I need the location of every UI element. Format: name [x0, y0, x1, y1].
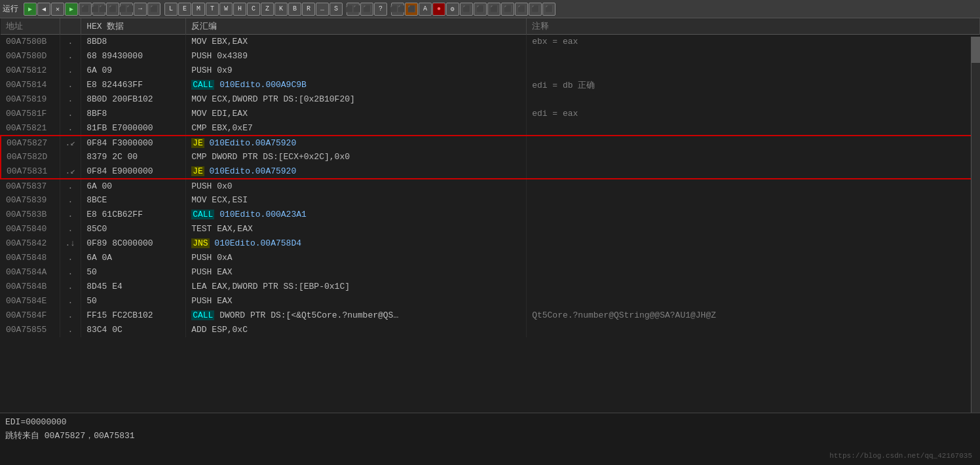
cell-comment	[527, 265, 979, 280]
btn-T[interactable]: T	[206, 3, 219, 16]
cell-comment	[527, 49, 979, 64]
cell-hex: 0F84 E9000000	[81, 164, 186, 179]
btn-C[interactable]: C	[247, 3, 260, 16]
table-row[interactable]: 00A7580B.8BD8MOV EBX,EAXebx = eax	[1, 35, 979, 49]
btn-r7[interactable]: ⬛	[474, 3, 487, 16]
btn-r11[interactable]: ⬛	[529, 3, 542, 16]
table-row[interactable]: 00A7582D 8379 2C 00CMP DWORD PTR DS:[ECX…	[1, 150, 979, 164]
btn-back[interactable]: ◀	[37, 3, 50, 16]
status-line1: EDI=00000000	[5, 416, 975, 430]
table-row[interactable]: 00A7584B.8D45 E4LEA EAX,DWORD PTR SS:[EB…	[1, 280, 979, 294]
cell-disasm: MOV EDI,EAX	[186, 107, 527, 121]
cell-dot: .	[60, 107, 81, 121]
table-row[interactable]: 00A75855.83C4 0CADD ESP,0xC	[1, 323, 979, 337]
cell-hex: FF15 FC2CB102	[81, 308, 186, 323]
table-row[interactable]: 00A75848.6A 0APUSH 0xA	[1, 251, 979, 265]
btn-R2[interactable]: R	[302, 3, 315, 16]
btn-b5[interactable]: ⬛	[147, 3, 160, 16]
cell-dot: .	[60, 179, 81, 193]
table-row[interactable]: 00A75842.↓0F89 8C000000JNS 010Edito.00A7…	[1, 236, 979, 251]
cell-comment	[527, 193, 979, 208]
toolbar-group-right: ⬛⬛ ⬛ A ● ⚙ ⬛ ⬛ ⬛ ⬛ ⬛ ⬛ ⬛	[391, 3, 556, 16]
cell-disasm: PUSH 0x0	[186, 179, 527, 193]
cell-disasm: CALL 010Edito.000A9C9B	[186, 78, 527, 92]
btn-r8[interactable]: ⬛	[487, 3, 500, 16]
cell-comment	[527, 136, 979, 150]
cell-addr: 00A7584F	[1, 308, 60, 323]
btn-Z[interactable]: Z	[261, 3, 274, 16]
btn-K[interactable]: K	[274, 3, 288, 16]
btn-stop[interactable]: ✕	[51, 3, 64, 16]
cell-comment	[527, 280, 979, 294]
cell-comment	[527, 236, 979, 251]
btn-r10[interactable]: ⬛	[515, 3, 528, 16]
cell-hex: 50	[81, 265, 186, 280]
scroll-thumb[interactable]	[971, 37, 980, 63]
cell-hex: 0F89 8C000000	[81, 236, 186, 251]
btn-b3[interactable]: ⬛⬛	[120, 3, 133, 16]
table-row[interactable]: 00A75839.8BCEMOV ECX,ESI	[1, 193, 979, 208]
cell-addr: 00A7584A	[1, 265, 60, 280]
cell-disasm: PUSH 0x9	[186, 64, 527, 78]
btn-S[interactable]: S	[330, 3, 343, 16]
btn-step-out[interactable]: ⬛	[106, 3, 119, 16]
btn-qmark[interactable]: ?	[374, 3, 387, 16]
cell-dot: .	[60, 78, 81, 92]
cell-dot: .	[60, 121, 81, 136]
scrollbar[interactable]	[971, 37, 980, 413]
btn-r1[interactable]: ⬛⬛	[391, 3, 404, 16]
btn-r4[interactable]: ●	[432, 3, 445, 16]
table-row[interactable]: 00A7584A.50PUSH EAX	[1, 265, 979, 280]
table-row[interactable]: 00A75831.↙0F84 E9000000JE 010Edito.00A75…	[1, 164, 979, 179]
table-row[interactable]: 00A7584F.FF15 FC2CB102CALL DWORD PTR DS:…	[1, 308, 979, 323]
table-row[interactable]: 00A75821.81FB E7000000CMP EBX,0xE7	[1, 121, 979, 136]
btn-M[interactable]: M	[192, 3, 205, 16]
cell-addr: 00A7580B	[1, 35, 60, 49]
cell-disasm: PUSH 0xA	[186, 251, 527, 265]
table-row[interactable]: 00A75814.E8 824463FFCALL 010Edito.000A9C…	[1, 78, 979, 92]
btn-play[interactable]: ▶	[65, 3, 78, 16]
btn-W[interactable]: W	[219, 3, 233, 16]
btn-r6[interactable]: ⬛	[460, 3, 473, 16]
cell-disasm: LEA EAX,DWORD PTR SS:[EBP-0x1C]	[186, 280, 527, 294]
cell-addr: 00A75821	[1, 121, 60, 136]
btn-E[interactable]: E	[178, 3, 191, 16]
cell-disasm: CALL DWORD PTR DS:[<&Qt5Core.?number@QS…	[186, 308, 527, 323]
cell-comment	[527, 164, 979, 179]
btn-ex2[interactable]: ⬛	[360, 3, 373, 16]
cell-dot: .↓	[60, 236, 81, 251]
disasm-area[interactable]: 地址 HEX 数据 反汇编 注释 00A7580B.8BD8MOV EBX,EA…	[0, 18, 980, 413]
table-row[interactable]: 00A75837.6A 00PUSH 0x0	[1, 179, 979, 193]
table-row[interactable]: 00A75819.8B0D 200FB102MOV ECX,DWORD PTR …	[1, 92, 979, 107]
cell-addr: 00A7582D	[1, 150, 60, 164]
btn-r9[interactable]: ⬛	[501, 3, 514, 16]
table-row[interactable]: 00A7580D.68 89430000PUSH 0x4389	[1, 49, 979, 64]
btn-r12[interactable]: ⬛	[542, 3, 556, 16]
btn-r3[interactable]: A	[419, 3, 432, 16]
table-row[interactable]: 00A75812.6A 09PUSH 0x9	[1, 64, 979, 78]
cell-dot: .	[60, 323, 81, 337]
btn-dots[interactable]: …	[316, 3, 329, 16]
btn-H[interactable]: H	[233, 3, 246, 16]
table-row[interactable]: 00A75840.85C0TEST EAX,EAX	[1, 222, 979, 236]
cell-dot: .	[60, 35, 81, 49]
table-row[interactable]: 00A75827.↙0F84 F3000000JE 010Edito.00A75…	[1, 136, 979, 150]
table-row[interactable]: 00A7584E.50PUSH EAX	[1, 294, 979, 308]
btn-step-into[interactable]: ⬛	[79, 3, 92, 16]
btn-r2[interactable]: ⬛	[405, 3, 418, 16]
table-row[interactable]: 00A7581F.8BF8MOV EDI,EAXedi = eax	[1, 107, 979, 121]
cell-dot: .	[60, 251, 81, 265]
cell-disasm: TEST EAX,EAX	[186, 222, 527, 236]
cell-hex: E8 824463FF	[81, 78, 186, 92]
btn-goto[interactable]: →	[134, 3, 147, 16]
table-row[interactable]: 00A7583B.E8 61CB62FFCALL 010Edito.000A23…	[1, 208, 979, 222]
btn-run[interactable]: ▶	[24, 3, 37, 16]
btn-L[interactable]: L	[164, 3, 178, 16]
btn-r5[interactable]: ⚙	[446, 3, 459, 16]
btn-B[interactable]: B	[288, 3, 301, 16]
btn-step-over[interactable]: ⬛⬛	[92, 3, 105, 16]
cell-dot: .	[60, 294, 81, 308]
cell-dot: .↙	[60, 164, 81, 179]
btn-ex1[interactable]: ⬛⬛	[347, 3, 360, 16]
cell-hex: 6A 00	[81, 179, 186, 193]
